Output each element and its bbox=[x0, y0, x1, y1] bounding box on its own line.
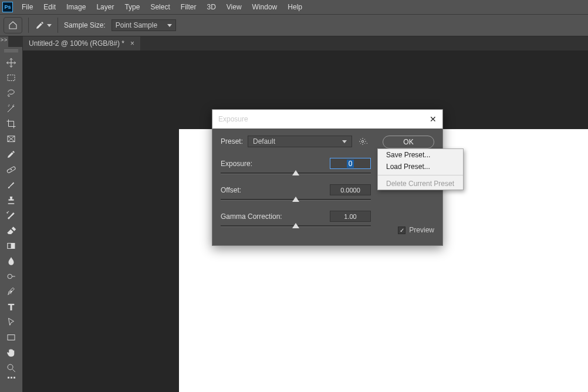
dialog-title: Exposure bbox=[218, 115, 248, 123]
rectangle-icon bbox=[6, 332, 16, 343]
lasso-tool[interactable] bbox=[2, 86, 21, 101]
exposure-slider[interactable] bbox=[221, 171, 371, 180]
wand-icon bbox=[6, 103, 16, 114]
document-tab[interactable]: Untitled-2 @ 100% (RGB/8#) * × bbox=[23, 36, 140, 50]
gradient-icon bbox=[6, 241, 16, 251]
close-tab-icon[interactable]: × bbox=[130, 39, 134, 48]
chevron-down-icon bbox=[167, 24, 172, 27]
preset-menu-button[interactable]: . bbox=[357, 136, 370, 147]
preview-checkbox[interactable]: ✓ bbox=[398, 227, 405, 234]
zoom-tool[interactable] bbox=[2, 360, 21, 376]
menu-view[interactable]: View bbox=[221, 0, 247, 14]
preset-select[interactable]: Default bbox=[248, 136, 352, 147]
home-button[interactable] bbox=[4, 17, 22, 33]
stamp-tool[interactable] bbox=[2, 192, 21, 208]
eraser-tool[interactable] bbox=[2, 223, 21, 238]
menu-filter[interactable]: Filter bbox=[175, 0, 202, 14]
exposure-label: Exposure: bbox=[221, 160, 330, 168]
document-tab-strip: Untitled-2 @ 100% (RGB/8#) * × bbox=[23, 36, 588, 50]
preset-value: Default bbox=[253, 137, 275, 146]
offset-label: Offset: bbox=[221, 186, 330, 194]
svg-rect-5 bbox=[8, 244, 11, 249]
hand-tool[interactable] bbox=[2, 345, 21, 360]
options-bar: Sample Size: Point Sample bbox=[0, 14, 588, 36]
hand-icon bbox=[6, 347, 16, 358]
menu-edit[interactable]: Edit bbox=[38, 0, 61, 14]
eyedropper-icon bbox=[35, 20, 45, 31]
menu-window[interactable]: Window bbox=[247, 0, 283, 14]
app-icon[interactable]: Ps bbox=[2, 2, 13, 12]
gear-icon bbox=[359, 137, 367, 146]
arrow-icon bbox=[6, 317, 16, 327]
menu-item-load-preset[interactable]: Load Preset... bbox=[378, 161, 463, 173]
sample-size-select[interactable]: Point Sample bbox=[111, 19, 176, 31]
tool-indicator[interactable] bbox=[35, 20, 52, 31]
frame-tool[interactable] bbox=[2, 131, 21, 147]
svg-rect-0 bbox=[8, 75, 15, 81]
menu-select[interactable]: Select bbox=[145, 0, 175, 14]
slider-thumb[interactable] bbox=[292, 197, 299, 202]
edit-toolbar-button[interactable] bbox=[8, 377, 15, 379]
chevron-down-icon bbox=[47, 24, 52, 27]
menu-item-delete-preset: Delete Current Preset bbox=[378, 178, 463, 190]
svg-point-9 bbox=[8, 364, 13, 370]
svg-point-10 bbox=[361, 140, 364, 143]
chevron-down-icon bbox=[342, 140, 347, 143]
menu-layer[interactable]: Layer bbox=[91, 0, 119, 14]
ok-button[interactable]: OK bbox=[383, 136, 434, 148]
home-icon bbox=[8, 21, 18, 30]
dodge-icon bbox=[6, 271, 16, 282]
slider-thumb[interactable] bbox=[292, 223, 299, 228]
crop-tool[interactable] bbox=[2, 116, 21, 131]
svg-point-7 bbox=[11, 291, 12, 292]
dialog-titlebar[interactable]: Exposure ✕ bbox=[212, 110, 442, 129]
gamma-label: Gamma Correction: bbox=[221, 212, 330, 221]
pen-tool[interactable] bbox=[2, 284, 21, 299]
brush-tool[interactable] bbox=[2, 177, 21, 192]
preset-popup-menu: Save Preset... Load Preset... Delete Cur… bbox=[377, 148, 464, 190]
menu-type[interactable]: Type bbox=[119, 0, 145, 14]
type-icon bbox=[6, 302, 16, 312]
menubar: Ps File Edit Image Layer Type Select Fil… bbox=[0, 0, 588, 14]
path-select-tool[interactable] bbox=[2, 315, 21, 330]
svg-point-3 bbox=[11, 169, 12, 170]
close-icon[interactable]: ✕ bbox=[430, 114, 437, 124]
type-tool[interactable] bbox=[2, 299, 21, 315]
menu-3d[interactable]: 3D bbox=[201, 0, 221, 14]
svg-point-6 bbox=[8, 274, 12, 279]
healing-tool[interactable] bbox=[2, 162, 21, 177]
blur-tool[interactable] bbox=[2, 254, 21, 269]
preview-label: Preview bbox=[409, 226, 434, 234]
menu-file[interactable]: File bbox=[16, 0, 38, 14]
slider-thumb[interactable] bbox=[292, 170, 299, 175]
gradient-tool[interactable] bbox=[2, 238, 21, 254]
sample-size-value: Point Sample bbox=[116, 21, 157, 29]
panel-grip[interactable] bbox=[2, 49, 20, 53]
gamma-input[interactable]: 1.00 bbox=[330, 211, 371, 222]
offset-slider[interactable] bbox=[221, 198, 371, 206]
menu-help[interactable]: Help bbox=[282, 0, 307, 14]
preview-checkbox-row[interactable]: ✓ Preview bbox=[398, 226, 434, 234]
preset-label: Preset: bbox=[221, 137, 248, 146]
move-tool[interactable] bbox=[2, 55, 21, 70]
menu-item-save-preset[interactable]: Save Preset... bbox=[378, 149, 463, 161]
marquee-icon bbox=[6, 73, 16, 83]
document-tab-title: Untitled-2 @ 100% (RGB/8#) * bbox=[29, 39, 124, 48]
pen-icon bbox=[6, 286, 16, 297]
wand-tool[interactable] bbox=[2, 101, 21, 116]
move-icon bbox=[6, 58, 16, 68]
bandage-icon bbox=[6, 164, 16, 175]
marquee-tool[interactable] bbox=[2, 70, 21, 86]
history-brush-tool[interactable] bbox=[2, 208, 21, 223]
eraser-icon bbox=[6, 225, 16, 236]
eyedropper-tool[interactable] bbox=[2, 147, 21, 162]
menu-image[interactable]: Image bbox=[61, 0, 91, 14]
exposure-input[interactable]: 0 bbox=[330, 158, 371, 169]
frame-icon bbox=[6, 134, 16, 144]
offset-input[interactable]: 0.0000 bbox=[330, 184, 371, 195]
dodge-tool[interactable] bbox=[2, 269, 21, 284]
reveal-panels-button[interactable]: >> bbox=[0, 36, 8, 47]
shape-tool[interactable] bbox=[2, 330, 21, 345]
gamma-slider[interactable] bbox=[221, 224, 371, 232]
history-brush-icon bbox=[6, 210, 16, 221]
